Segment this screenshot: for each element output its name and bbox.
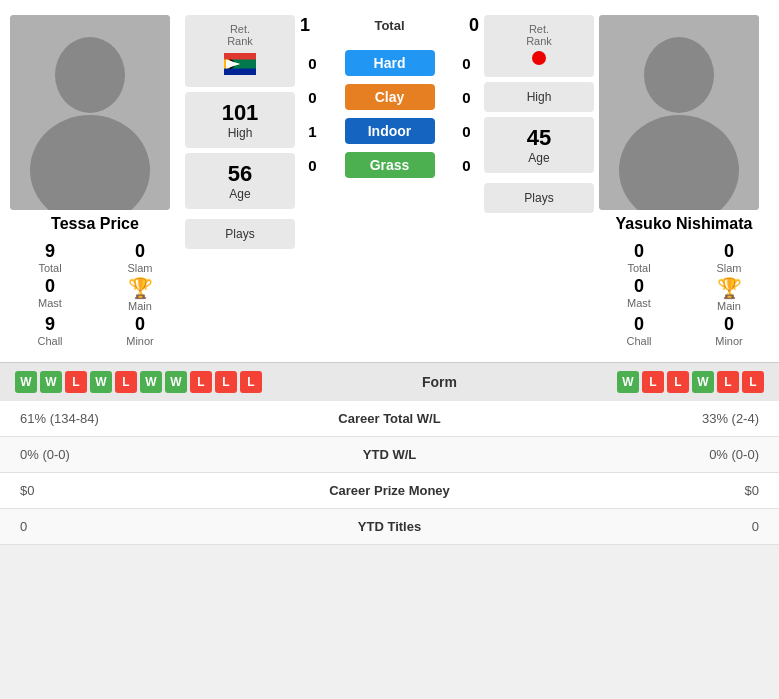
form-badge-l: L xyxy=(65,371,87,393)
left-plays-box: Plays xyxy=(185,219,295,249)
form-badge-l: L xyxy=(742,371,764,393)
left-total-label: Total xyxy=(38,262,61,274)
clay-score-left: 0 xyxy=(300,89,325,106)
stats-left-value: $0 xyxy=(20,483,140,498)
form-section: WWLWLWWLLL Form WLLWLL xyxy=(0,362,779,401)
right-player-silhouette xyxy=(599,15,759,210)
stats-row: $0 Career Prize Money $0 xyxy=(0,473,779,509)
clay-court-btn: Clay xyxy=(345,84,435,110)
left-player-name: Tessa Price xyxy=(10,215,180,233)
svg-rect-6 xyxy=(224,53,256,60)
right-chall-cell: 0 Chall xyxy=(599,314,679,347)
form-badge-l: L xyxy=(215,371,237,393)
svg-rect-7 xyxy=(224,69,256,76)
right-main-label: Main xyxy=(717,300,741,312)
stats-left-value: 0 xyxy=(20,519,140,534)
right-age-label: Age xyxy=(499,151,579,165)
indoor-score-right: 0 xyxy=(454,123,479,140)
court-row-clay: 0 Clay 0 xyxy=(300,84,479,110)
stats-right-value: 33% (2-4) xyxy=(639,411,759,426)
right-plays-label: Plays xyxy=(499,191,579,205)
left-trophy-icon: 🏆 xyxy=(128,276,153,300)
stats-label: Career Total W/L xyxy=(140,411,639,426)
form-badge-l: L xyxy=(642,371,664,393)
stats-row: 0% (0-0) YTD W/L 0% (0-0) xyxy=(0,437,779,473)
left-chall-label: Chall xyxy=(37,335,62,347)
svg-point-1 xyxy=(55,37,125,113)
left-age-value: 56 xyxy=(200,161,280,187)
left-form-badges: WWLWLWWLLL xyxy=(15,371,262,393)
right-minor-label: Minor xyxy=(715,335,743,347)
grass-court-btn: Grass xyxy=(345,152,435,178)
form-label: Form xyxy=(422,374,457,390)
form-badge-w: W xyxy=(15,371,37,393)
left-mast-value: 0 xyxy=(45,276,55,297)
hard-court-btn: Hard xyxy=(345,50,435,76)
left-slam-cell: 0 Slam xyxy=(100,241,180,274)
main-container: Tessa Price 9 Total 0 Slam 0 Mast 🏆 Main xyxy=(0,0,779,545)
form-badge-l: L xyxy=(115,371,137,393)
right-slam-value: 0 xyxy=(724,241,734,262)
jp-flag-dot xyxy=(532,51,546,65)
left-age-box: 56 Age xyxy=(185,153,295,209)
stats-label: YTD Titles xyxy=(140,519,639,534)
right-chall-value: 0 xyxy=(634,314,644,335)
left-total-value: 9 xyxy=(45,241,55,262)
right-mid-panel: Ret. Rank High 45 Age Plays xyxy=(484,15,594,347)
sa-flag-icon xyxy=(224,53,256,75)
right-rank-box: Ret. Rank xyxy=(484,15,594,77)
left-trophy-cell: 🏆 Main xyxy=(100,276,180,312)
h2h-total-row: 1 Total 0 xyxy=(300,15,479,36)
stats-row: 0 YTD Titles 0 xyxy=(0,509,779,545)
form-badge-l: L xyxy=(240,371,262,393)
form-badge-w: W xyxy=(90,371,112,393)
grass-score-right: 0 xyxy=(454,157,479,174)
indoor-court-btn: Indoor xyxy=(345,118,435,144)
left-rank-label: Ret. xyxy=(200,23,280,35)
indoor-score-left: 1 xyxy=(300,123,325,140)
stats-left-value: 0% (0-0) xyxy=(20,447,140,462)
left-player-photo: Tessa Price 9 Total 0 Slam 0 Mast 🏆 Main xyxy=(10,15,180,347)
left-minor-value: 0 xyxy=(135,314,145,335)
right-slam-label: Slam xyxy=(716,262,741,274)
left-rank-high-value: 101 xyxy=(200,100,280,126)
left-age-label: Age xyxy=(200,187,280,201)
form-badge-l: L xyxy=(667,371,689,393)
right-rank-sublabel: Rank xyxy=(499,35,579,47)
stats-left-value: 61% (134-84) xyxy=(20,411,140,426)
hard-score-right: 0 xyxy=(454,55,479,72)
left-slam-value: 0 xyxy=(135,241,145,262)
left-chall-cell: 9 Chall xyxy=(10,314,90,347)
right-stats-grid: 0 Total 0 Slam 0 Mast 🏆 Main 0 Chall xyxy=(599,241,769,347)
right-player-name: Yasuko Nishimata xyxy=(599,215,769,233)
court-row-grass: 0 Grass 0 xyxy=(300,152,479,178)
right-mast-cell: 0 Mast xyxy=(599,276,679,312)
hard-score-left: 0 xyxy=(300,55,325,72)
right-high-rank-box: High xyxy=(484,82,594,112)
player-comparison: Tessa Price 9 Total 0 Slam 0 Mast 🏆 Main xyxy=(0,0,779,362)
right-total-cell: 0 Total xyxy=(599,241,679,274)
clay-score-right: 0 xyxy=(454,89,479,106)
stats-table: 61% (134-84) Career Total W/L 33% (2-4) … xyxy=(0,401,779,545)
left-main-label: Main xyxy=(128,300,152,312)
left-rank-sublabel: Rank xyxy=(200,35,280,47)
right-mast-label: Mast xyxy=(627,297,651,309)
right-total-label: Total xyxy=(627,262,650,274)
right-chall-label: Chall xyxy=(626,335,651,347)
grass-score-left: 0 xyxy=(300,157,325,174)
svg-point-11 xyxy=(644,37,714,113)
right-rank-label: Ret. xyxy=(499,23,579,35)
center-col: 1 Total 0 0 Hard 0 0 Clay 0 1 Indoor 0 0 xyxy=(300,15,479,347)
left-player-silhouette xyxy=(10,15,170,210)
left-plays-label: Plays xyxy=(200,227,280,241)
form-badge-w: W xyxy=(165,371,187,393)
right-plays-box: Plays xyxy=(484,183,594,213)
h2h-total-right: 0 xyxy=(469,15,479,36)
form-badge-w: W xyxy=(617,371,639,393)
left-rank-box: Ret. Rank xyxy=(185,15,295,87)
left-mast-cell: 0 Mast xyxy=(10,276,90,312)
left-minor-cell: 0 Minor xyxy=(100,314,180,347)
stats-row: 61% (134-84) Career Total W/L 33% (2-4) xyxy=(0,401,779,437)
left-total-cell: 9 Total xyxy=(10,241,90,274)
form-badge-w: W xyxy=(40,371,62,393)
